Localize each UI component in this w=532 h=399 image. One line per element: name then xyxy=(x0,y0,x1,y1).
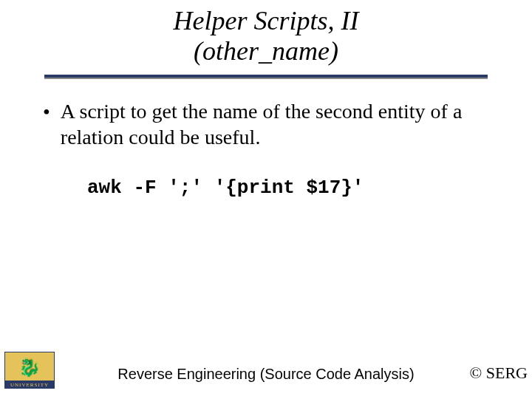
code-snippet: awk -F ';' '{print $17}' xyxy=(87,177,489,199)
footer-title: Reverse Engineering (Source Code Analysi… xyxy=(0,366,532,383)
bullet-text: A script to get the name of the second e… xyxy=(61,98,489,150)
copyright: © SERG xyxy=(470,364,528,383)
slide: Helper Scripts, II (other_name) • A scri… xyxy=(0,0,532,399)
bullet-item: • A script to get the name of the second… xyxy=(43,98,489,150)
bullet-dot-icon: • xyxy=(43,100,50,125)
footer: 🐉 UNIVERSITY Reverse Engineering (Source… xyxy=(0,347,532,389)
body: • A script to get the name of the second… xyxy=(0,78,532,199)
title-block: Helper Scripts, II (other_name) xyxy=(0,0,532,67)
slide-title: Helper Scripts, II (other_name) xyxy=(174,6,359,67)
title-line-1: Helper Scripts, II xyxy=(174,6,359,35)
title-line-2: (other_name) xyxy=(194,36,338,66)
